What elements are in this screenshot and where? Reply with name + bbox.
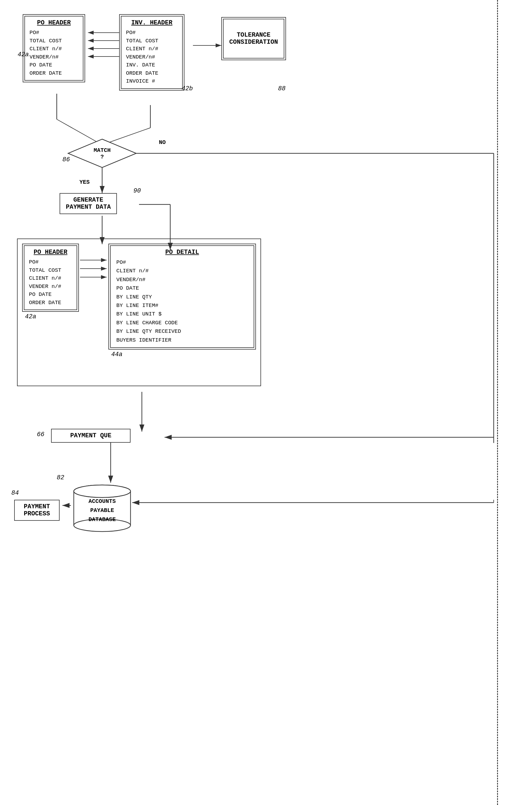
payment-que-area: 66 PAYMENT QUE	[51, 429, 131, 443]
svg-line-14	[102, 128, 150, 145]
generate-payment-box: GENERATEPAYMENT DATA	[60, 193, 117, 214]
inv-header-title: INV. HEADER	[126, 19, 178, 26]
svg-text:?: ?	[100, 153, 104, 160]
po-header-bottom-box: PO HEADER PO# TOTAL COST CLIENT n/# VEND…	[22, 244, 79, 312]
label-82: 82	[57, 474, 64, 481]
svg-point-3	[74, 485, 131, 497]
yes-label: YES	[79, 179, 90, 185]
label-66: 66	[37, 431, 44, 438]
label-42a-top: 42a	[18, 51, 29, 58]
lower-section-box: PO HEADER PO# TOTAL COST CLIENT n/# VEND…	[17, 239, 261, 386]
po-detail-fields: PO# CLIENT n/# VENDER/n# PO DATE BY LINE…	[116, 258, 248, 344]
label-88: 88	[278, 85, 285, 92]
right-dashed-border	[497, 0, 498, 805]
diagram-container: PO HEADER PO# TOTAL COST CLIENT n/# VEND…	[0, 0, 532, 805]
accounts-payable-area: 82 ACCOUNTS PAYABLE DATABASE	[71, 483, 133, 535]
label-42a-bottom: 42a	[25, 313, 36, 320]
accounts-payable-label: ACCOUNTS PAYABLE DATABASE	[71, 497, 133, 524]
connectors-overlay: MATCH ?	[0, 0, 532, 805]
payment-que-label: PAYMENT QUE	[70, 432, 111, 439]
tolerance-title: TOLERANCE CONSIDERATION	[229, 32, 278, 46]
generate-payment-label: GENERATEPAYMENT DATA	[66, 197, 111, 211]
po-header-top-box: PO HEADER PO# TOTAL COST CLIENT n/# VEND…	[23, 14, 85, 83]
label-84: 84	[11, 490, 19, 497]
po-header-bottom-fields: PO# TOTAL COST CLIENT n/# VENDER n/# PO …	[29, 258, 72, 307]
po-detail-title: PO DETAIL	[116, 249, 248, 256]
label-44a: 44a	[111, 351, 122, 358]
label-42b: 42b	[182, 85, 193, 92]
no-label: NO	[159, 139, 166, 146]
inv-header-box: INV. HEADER PO# TOTAL COST CLIENT n/# VE…	[119, 14, 185, 91]
svg-text:MATCH: MATCH	[94, 147, 111, 153]
po-detail-box: PO DETAIL PO# CLIENT n/# VENDER/n# PO DA…	[108, 244, 256, 350]
label-90: 90	[133, 187, 141, 195]
label-86: 86	[62, 156, 70, 163]
po-header-top-title: PO HEADER	[30, 19, 78, 26]
po-header-bottom-title: PO HEADER	[29, 249, 72, 256]
po-header-top-fields: PO# TOTAL COST CLIENT n/# VENDER/n# PO D…	[30, 29, 78, 77]
inv-header-fields: PO# TOTAL COST CLIENT n/# VENDER/n# INV.…	[126, 29, 178, 86]
svg-marker-18	[68, 139, 136, 167]
payment-process-area: 84 PAYMENTPROCESS	[14, 500, 60, 521]
payment-process-label: PAYMENTPROCESS	[24, 503, 50, 517]
tolerance-box: TOLERANCE CONSIDERATION	[221, 17, 286, 60]
svg-line-17	[57, 119, 102, 145]
